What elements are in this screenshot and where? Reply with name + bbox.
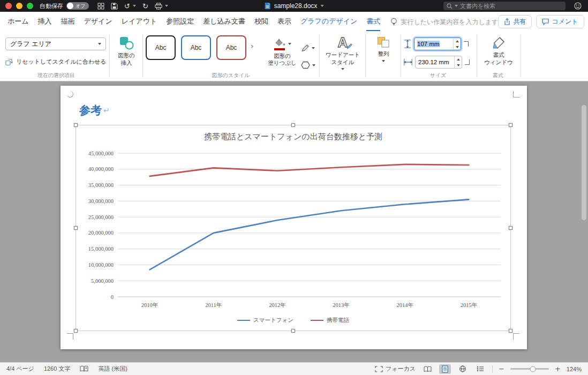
- ribbon-tab[interactable]: 挿入: [38, 12, 52, 31]
- ribbon-tab[interactable]: レイアウト: [122, 12, 157, 31]
- selection-handle[interactable]: [74, 329, 78, 333]
- zoom-slider[interactable]: [510, 368, 549, 370]
- focus-icon: [375, 366, 383, 372]
- search-input[interactable]: 文書内を検索: [443, 2, 566, 10]
- language-indicator[interactable]: 英語 (米国): [98, 365, 127, 373]
- reset-to-match-style-button[interactable]: リセットしてスタイルに合わせる: [5, 58, 107, 66]
- zoom-level[interactable]: 124%: [567, 366, 582, 372]
- print-button[interactable]: [155, 3, 168, 10]
- shape-fill-chevron-icon[interactable]: [288, 43, 291, 45]
- fullscreen-window-button[interactable]: [27, 3, 33, 9]
- chart-element-selector[interactable]: グラフ エリア: [5, 38, 106, 50]
- shape-style-thumb[interactable]: Abc: [146, 35, 176, 60]
- legend-label: 携帯電話: [327, 317, 349, 324]
- ribbon-tab[interactable]: グラフのデザイン: [300, 12, 357, 31]
- fill-color-swatch: [274, 48, 285, 50]
- ribbon-tab[interactable]: デザイン: [84, 12, 112, 31]
- redo-icon[interactable]: ↻: [142, 3, 148, 10]
- zoom-in-button[interactable]: +: [555, 365, 561, 373]
- selection-handle[interactable]: [74, 226, 78, 230]
- focus-label: フォーカス: [386, 365, 416, 373]
- document-heading[interactable]: 参考 ↵: [79, 103, 110, 118]
- spellcheck-icon[interactable]: [80, 365, 88, 372]
- chart-title[interactable]: 携帯電話とスマートフォンの出荷台数推移と予測: [204, 132, 382, 141]
- zoom-out-button[interactable]: −: [499, 365, 504, 373]
- page-indicator[interactable]: 4/4 ページ: [6, 365, 34, 373]
- shape-width-input[interactable]: 230.12 mm: [415, 56, 462, 69]
- x-axis-tick-label: 2015年: [461, 302, 478, 308]
- width-decrease-button[interactable]: [455, 62, 462, 68]
- shape-height-input[interactable]: 107 mm: [414, 38, 461, 50]
- undo-chevron-icon[interactable]: [133, 5, 136, 7]
- x-axis-tick-label: 2011年: [205, 302, 222, 308]
- ribbon-tab[interactable]: 差し込み文書: [203, 12, 245, 31]
- format-pane-button[interactable]: 書式ウィンドウ: [480, 36, 517, 66]
- height-stepper: [453, 38, 461, 50]
- shape-style-thumb[interactable]: Abc: [216, 35, 246, 60]
- ribbon-tab[interactable]: 描画: [61, 12, 75, 31]
- x-axis-tick-label: 2010年: [141, 302, 159, 308]
- y-axis-tick-label: 45,000,000: [88, 151, 114, 156]
- vertical-scrollbar[interactable]: [582, 105, 586, 220]
- ribbon-tab[interactable]: 書式: [366, 12, 380, 31]
- print-layout-icon[interactable]: [439, 364, 451, 374]
- chart-legend: スマートフォン携帯電話: [76, 317, 510, 324]
- height-icon: [404, 40, 411, 48]
- x-axis-tick-label: 2014年: [397, 302, 414, 308]
- feedback-smiley-icon[interactable]: [574, 2, 582, 10]
- width-increase-button[interactable]: [455, 56, 462, 62]
- title-chevron-icon[interactable]: [320, 5, 323, 7]
- selection-handle[interactable]: [291, 123, 295, 127]
- focus-mode-button[interactable]: フォーカス: [375, 365, 416, 373]
- group-label-current-selection: 現在の選択項目: [5, 72, 107, 79]
- document-canvas: 参考 ↵ 携帯電話とスマートフォンの出荷台数推移と予測05,000,00010,…: [0, 81, 588, 362]
- zoom-slider-knob[interactable]: [530, 366, 536, 372]
- grid-icon[interactable]: [97, 3, 104, 10]
- close-window-button[interactable]: [5, 3, 12, 9]
- ribbon-tabs: ホーム挿入描画デザインレイアウト参照設定差し込み文書校閲表示グラフのデザイン書式: [7, 12, 389, 31]
- height-increase-button[interactable]: [454, 38, 461, 44]
- ribbon-tab[interactable]: 参照設定: [166, 12, 194, 31]
- selection-handle[interactable]: [509, 329, 512, 333]
- reading-view-icon[interactable]: [421, 364, 433, 374]
- selection-handle[interactable]: [509, 226, 512, 230]
- insert-shape-label-line1: 図形の: [118, 52, 135, 58]
- chart-object[interactable]: 携帯電話とスマートフォンの出荷台数推移と予測05,000,00010,000,0…: [76, 125, 511, 331]
- ribbon-tab[interactable]: 表示: [277, 12, 291, 31]
- save-icon[interactable]: [111, 3, 118, 10]
- selection-handle[interactable]: [74, 123, 78, 127]
- ribbon-tab[interactable]: 校閲: [254, 12, 268, 31]
- series-line[interactable]: [150, 199, 469, 269]
- legend-item[interactable]: スマートフォン: [237, 317, 293, 324]
- arrange-label: 整列: [378, 50, 389, 58]
- word-count[interactable]: 1260 文字: [44, 365, 71, 373]
- height-decrease-button[interactable]: [454, 44, 461, 50]
- document-page[interactable]: 参考 ↵ 携帯電話とスマートフォンの出荷台数推移と予測05,000,00010,…: [61, 86, 527, 349]
- format-brush-icon: [492, 36, 505, 49]
- arrange-button[interactable]: 整列: [368, 36, 398, 62]
- shape-outline-button[interactable]: [301, 44, 315, 52]
- legend-item[interactable]: 携帯電話: [311, 317, 349, 324]
- comments-button[interactable]: コメント: [536, 15, 584, 28]
- outline-view-icon[interactable]: [474, 364, 486, 374]
- series-line[interactable]: [150, 164, 469, 176]
- ribbon-tab[interactable]: ホーム: [7, 12, 29, 31]
- web-layout-icon[interactable]: [457, 364, 469, 374]
- tell-me-box[interactable]: 実行したい作業内容を入力します: [390, 12, 498, 31]
- insert-shape-button[interactable]: 図形の挿入: [110, 36, 142, 66]
- share-button[interactable]: 共有: [498, 15, 532, 28]
- margin-mark: [513, 91, 519, 98]
- wordart-styles-button[interactable]: A ワードアートスタイル: [322, 35, 363, 70]
- document-title-area[interactable]: sample28.docx: [265, 2, 324, 10]
- autosave-toggle[interactable]: オフ: [66, 2, 89, 10]
- selection-handle[interactable]: [509, 123, 512, 127]
- selection-handle[interactable]: [291, 329, 295, 333]
- shape-style-thumb[interactable]: Abc: [181, 35, 211, 60]
- gallery-more-icon[interactable]: ›: [251, 42, 254, 50]
- print-chevron-icon[interactable]: [165, 5, 168, 7]
- shape-fill-button[interactable]: 図形の塗りつぶし: [266, 38, 299, 67]
- undo-button[interactable]: ↺: [124, 3, 136, 10]
- shape-effects-button[interactable]: [301, 61, 315, 69]
- paragraph-mark-icon: ↵: [103, 106, 110, 115]
- minimize-window-button[interactable]: [16, 3, 22, 9]
